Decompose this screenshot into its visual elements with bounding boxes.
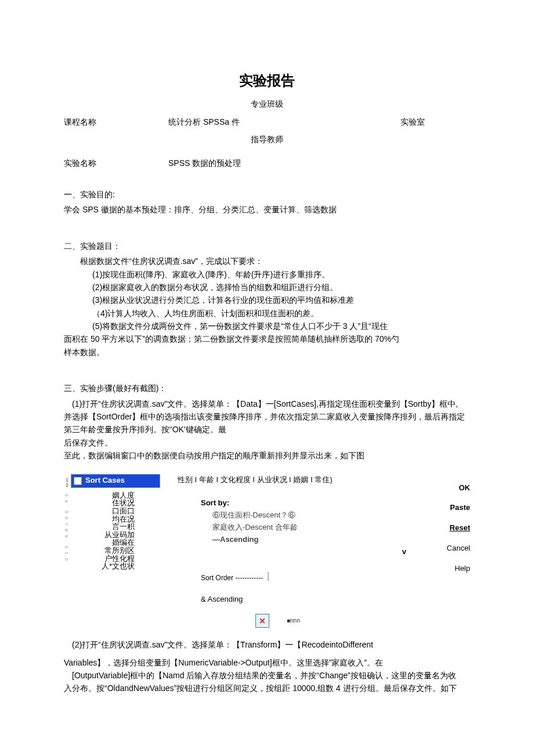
- section-2-item-5c: 样本数据。: [64, 346, 470, 359]
- list-item[interactable]: 常所别区: [94, 547, 135, 555]
- section-2-head: 二、实验题目：: [64, 240, 470, 252]
- reset-button[interactable]: Reset: [424, 522, 470, 534]
- list-item[interactable]: 人*文也状: [94, 562, 135, 570]
- section-3-p1c: 第三年龄变量按升序排列。按“OK'键确定。最: [64, 423, 470, 436]
- sort-order-bar: 1: [265, 570, 271, 583]
- list-item[interactable]: 姻人度: [94, 491, 135, 500]
- label-teacher: 指导教师: [64, 133, 470, 146]
- list-item[interactable]: 户性化程: [94, 555, 135, 563]
- section-3-p1a: (1)打开“住房状况调查.sav”文件。选择菜单：【Data】一[SortCas…: [64, 397, 470, 410]
- section-3-p1e: 至此，数据编辑窗口中的数据便自动按用户指定的顺序重新排列并显示出来，如下图: [64, 449, 470, 462]
- value-course: 统计分析 SPSSa 件: [168, 115, 400, 128]
- subtitle-majorclass: 专业班级: [64, 97, 470, 110]
- label-lab: 实验室: [400, 115, 470, 128]
- list-item[interactable]: 言一积: [94, 523, 135, 531]
- section-2-item-3: (3)根据从业状况进行分类汇总，计算各行业的现住面积的平均值和标准差: [64, 294, 470, 306]
- dialog-buttons: OK Paste Reset Cancel Help: [424, 474, 470, 575]
- help-button[interactable]: Help: [424, 563, 470, 575]
- cancel-button[interactable]: Cancel: [424, 542, 470, 555]
- section-3-p2c: [OutputVariable]框中的【Namd 后输入存放分组结果的变量名，并…: [64, 669, 470, 682]
- list-item[interactable]: 口面口: [94, 507, 135, 515]
- sort-by-item-1[interactable]: ⑥现住面积-Descent？⑥: [201, 509, 424, 522]
- section-3-p2d: 入分布。按“OldandNewValues”按钮进行分组区间定义，按组距 100…: [64, 682, 470, 694]
- section-1-head: 一、实验目的:: [64, 188, 470, 201]
- section-3-head: 三、实验步骤(最好有截图)：: [64, 382, 470, 395]
- list-item[interactable]: 住状况: [94, 499, 135, 507]
- sort-by-item-3[interactable]: —Ascending: [212, 535, 258, 544]
- scroll-v[interactable]: v: [201, 546, 424, 558]
- section-2-item-5a: (5)将数据文件分成两份文件，第一份数据文件要求是“常住人口不少于 3 人”且“…: [64, 320, 470, 332]
- list-item[interactable]: 婚编在: [94, 538, 135, 547]
- ascending-radio[interactable]: & Ascending: [178, 594, 424, 606]
- dialog-title-bar[interactable]: Sort Cases: [71, 474, 160, 488]
- header-row-course: 课程名称 统计分析 SPSSa 件 实验室: [64, 115, 470, 128]
- nnn-label: ■nnn: [287, 616, 300, 625]
- top-variables-row: 性别 I 年龄 I 文化程度 I 从业状况 I 婚姻 I 常住): [178, 474, 424, 486]
- close-icon[interactable]: ✕: [255, 614, 269, 628]
- header-row-experiment: 实验名称 SPSS 数据的预处理: [64, 157, 470, 169]
- section-3-p1b: 并选择【SortOrder】框中的选项指出该变量按降序排序，并依次指定第二家庭收…: [64, 410, 470, 423]
- variable-list[interactable]: 姻人度 住状况 口面口 均在况 言一积 从业码加 婚编在 常所别区 户性化程 人…: [94, 491, 135, 570]
- paste-button[interactable]: Paste: [424, 502, 470, 514]
- section-3-p2a: (2)打开“住房状况调查.sav”文件。选择菜单：【Transform】一【Re…: [64, 638, 470, 651]
- section-2-item-5b: 面积在 50 平方米以下”的调查数据；第二份数据文件要求是按照简单随机抽样所选取…: [64, 332, 470, 345]
- section-3-p1d: 后保存文件。: [64, 436, 470, 449]
- section-1-body: 学会 SPS 徽据的基本预处理：排序、分组、分类汇总、变量计算、筛选数据: [64, 203, 470, 216]
- sort-order-label: Sort Order ------------: [201, 574, 263, 582]
- sort-by-item-2[interactable]: 家庭收入-Descent 合年龄: [201, 522, 424, 534]
- section-3-p2b: Variables】，选择分组变量到【NumericVariable->Outp…: [64, 656, 470, 669]
- row-numbers: 1 2 34 56789 010: [64, 474, 68, 564]
- sort-by-label: Sort by:: [201, 497, 424, 509]
- sort-cases-dialog: 1 2 34 56789 010 Sort Cases 姻人度 住状况 口面口 …: [64, 474, 470, 606]
- system-menu-icon[interactable]: [74, 477, 82, 485]
- page-title: 实验报告: [64, 70, 470, 92]
- label-course: 课程名称: [64, 115, 168, 128]
- list-item[interactable]: 从业码加: [94, 531, 135, 539]
- dialog-title: Sort Cases: [85, 475, 125, 487]
- list-item[interactable]: 均在况: [94, 515, 135, 523]
- section-2-item-4: （4)计算人均收入、人均住房面积、计划面积和现住面积的差。: [64, 307, 470, 320]
- section-2-item-2: (2)根据家庭收入的数据分布状况，选择恰当的组数和组距进行分组。: [64, 281, 470, 294]
- ok-button[interactable]: OK: [424, 482, 470, 494]
- value-experiment: SPSS 数据的预处理: [168, 157, 400, 169]
- label-experiment: 实验名称: [64, 157, 168, 169]
- section-2-intro: 根据数据文件“住房状况调查.sav”，完成以下要求：: [64, 255, 470, 267]
- section-2-item-1: (1)按现住面积(降序)、家庭收入(降序)、年龄(升序)进行多重排序。: [64, 268, 470, 281]
